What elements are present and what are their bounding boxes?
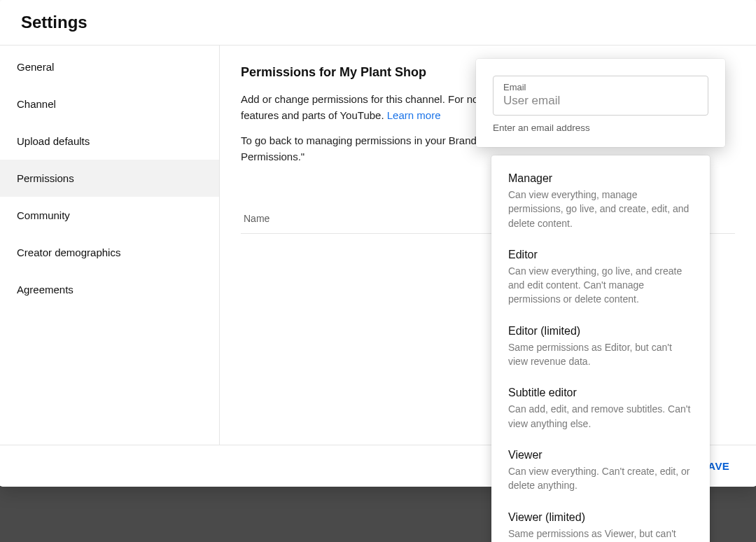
dialog-title: Settings — [21, 13, 735, 32]
settings-sidebar: General Channel Upload defaults Permissi… — [0, 46, 220, 445]
role-option-editor-limited[interactable]: Editor (limited) Same permissions as Edi… — [491, 317, 710, 379]
role-dropdown-menu: Manager Can view everything, manage perm… — [491, 155, 710, 542]
learn-more-link[interactable]: Learn more — [387, 109, 441, 121]
email-input[interactable] — [503, 94, 698, 108]
role-option-manager[interactable]: Manager Can view everything, manage perm… — [491, 164, 710, 240]
role-option-editor[interactable]: Editor Can view everything, go live, and… — [491, 240, 710, 317]
role-title: Editor — [508, 249, 693, 261]
role-desc: Can view everything, manage permissions,… — [508, 188, 693, 230]
sidebar-item-general[interactable]: General — [0, 48, 219, 85]
sidebar-item-agreements[interactable]: Agreements — [0, 271, 219, 308]
desc-text: features and parts of YouTube. — [241, 109, 387, 121]
column-name-label: Name — [244, 213, 270, 224]
role-option-viewer-limited[interactable]: Viewer (limited) Same permissions as Vie… — [491, 503, 710, 542]
role-title: Subtitle editor — [508, 387, 693, 399]
sidebar-item-channel[interactable]: Channel — [0, 85, 219, 123]
invite-popover: Email Enter an email address — [476, 59, 725, 147]
sidebar-item-permissions[interactable]: Permissions — [0, 160, 219, 197]
sidebar-item-upload-defaults[interactable]: Upload defaults — [0, 123, 219, 160]
role-title: Viewer — [508, 449, 693, 461]
role-desc: Can view everything, go live, and create… — [508, 264, 693, 307]
role-desc: Can add, edit, and remove subtitles. Can… — [508, 402, 693, 431]
role-title: Manager — [508, 172, 693, 185]
role-title: Viewer (limited) — [508, 511, 693, 524]
role-option-subtitle-editor[interactable]: Subtitle editor Can add, edit, and remov… — [491, 378, 710, 440]
sidebar-item-community[interactable]: Community — [0, 197, 219, 234]
sidebar-item-creator-demographics[interactable]: Creator demographics — [0, 234, 219, 271]
email-field-label: Email — [503, 82, 698, 92]
role-title: Editor (limited) — [508, 325, 693, 338]
role-option-viewer[interactable]: Viewer Can view everything. Can't create… — [491, 440, 710, 503]
role-desc: Can view everything. Can't create, edit,… — [508, 464, 693, 493]
role-desc: Same permissions as Viewer, but can't vi… — [508, 527, 693, 542]
role-desc: Same permissions as Editor, but can't vi… — [508, 340, 693, 369]
dialog-header: Settings — [0, 0, 756, 45]
email-field-wrapper[interactable]: Email — [493, 76, 708, 116]
email-hint: Enter an email address — [493, 123, 708, 133]
